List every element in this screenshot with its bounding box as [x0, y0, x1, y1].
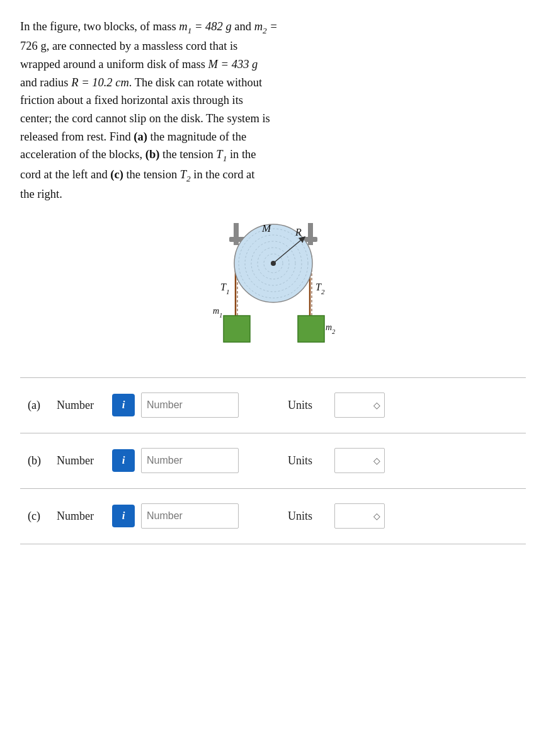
- units-select-b[interactable]: N mN kN: [334, 448, 385, 473]
- m2-value: m2 =: [254, 20, 278, 33]
- number-input-a[interactable]: [141, 392, 239, 418]
- units-label-a: Units: [288, 399, 324, 412]
- number-input-b[interactable]: [141, 448, 239, 473]
- answer-row-c: (c) Number i Units N mN kN: [20, 489, 526, 544]
- M-value: M = 433 g: [208, 58, 258, 71]
- answer-row-b: (b) Number i Units N mN kN: [20, 433, 526, 489]
- info-button-a[interactable]: i: [112, 394, 135, 416]
- R-value: R = 10.2 cm: [71, 76, 129, 89]
- m1-diagram-label: m1: [213, 306, 222, 319]
- units-select-c[interactable]: N mN kN: [334, 503, 385, 529]
- units-select-wrapper-a[interactable]: m/s² cm/s²: [334, 392, 385, 418]
- units-select-a[interactable]: m/s² cm/s²: [334, 392, 385, 418]
- units-select-wrapper-c[interactable]: N mN kN: [334, 503, 385, 529]
- answer-c-number-label: Number: [57, 510, 108, 523]
- info-button-b[interactable]: i: [112, 449, 135, 472]
- units-label-c: Units: [288, 510, 324, 523]
- diagram-svg: M R T1 T2 m1 m2: [166, 218, 380, 360]
- answer-a-number-label: Number: [57, 399, 108, 412]
- T2-diagram-label: T2: [316, 282, 325, 295]
- diagram-area: M R T1 T2 m1 m2: [20, 215, 526, 360]
- answer-row-a: (a) Number i Units m/s² cm/s²: [20, 378, 526, 433]
- info-button-c[interactable]: i: [112, 505, 135, 527]
- support-left: [234, 223, 239, 245]
- units-select-wrapper-b[interactable]: N mN kN: [334, 448, 385, 473]
- part-a-label: (a): [134, 130, 147, 143]
- answer-b-label: (b): [28, 454, 54, 467]
- problem-text: In the figure, two blocks, of mass m1 = …: [20, 18, 526, 203]
- part-c-label: (c): [110, 168, 123, 181]
- T1-label: T1: [216, 148, 227, 161]
- answer-c-label: (c): [28, 510, 54, 523]
- m1-value: m1 = 482 g: [179, 20, 231, 33]
- m2-diagram-label: m2: [326, 323, 335, 335]
- m1-block: [224, 316, 250, 342]
- support-right: [308, 223, 313, 245]
- M-diagram-label: M: [261, 222, 271, 234]
- answer-a-label: (a): [28, 399, 54, 412]
- number-input-c[interactable]: [141, 503, 239, 529]
- units-label-b: Units: [288, 454, 324, 467]
- m2-block: [298, 316, 324, 342]
- answer-b-number-label: Number: [57, 454, 108, 467]
- T1-diagram-label: T1: [220, 282, 229, 295]
- R-diagram-label: R: [295, 227, 302, 238]
- answer-section: (a) Number i Units m/s² cm/s² (b) Number…: [20, 377, 526, 544]
- T2-label: T2: [180, 168, 191, 181]
- part-b-label: (b): [145, 148, 160, 161]
- page: In the figure, two blocks, of mass m1 = …: [0, 0, 546, 564]
